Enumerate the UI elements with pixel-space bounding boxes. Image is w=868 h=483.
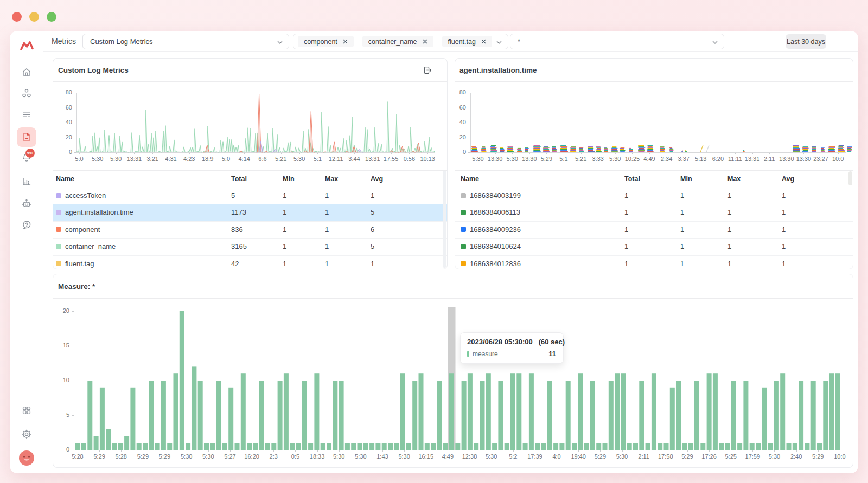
time-range-button[interactable]: Last 30 days — [786, 34, 826, 49]
filter-chip[interactable]: fluent.tag — [442, 36, 492, 47]
measure-select[interactable]: * — [510, 34, 724, 49]
sidebar-item-infrastructure[interactable] — [17, 83, 36, 103]
row-value: 1 — [624, 221, 628, 238]
chevron-down-icon — [277, 41, 283, 44]
row-value: 5 — [371, 238, 374, 255]
row-value: 1 — [680, 204, 684, 221]
row-value: 1 — [624, 204, 628, 221]
close-window-button[interactable] — [12, 12, 22, 22]
x-axis-label: 5:30 — [327, 453, 351, 460]
y-axis-label: 40 — [57, 119, 72, 125]
table-row[interactable]: component836116 — [53, 221, 447, 238]
column-header: Total — [624, 171, 640, 188]
row-value: 1173 — [231, 204, 246, 221]
x-axis-label: 5:29 — [588, 453, 612, 460]
row-value: 1 — [624, 238, 628, 255]
table-scrollbar[interactable] — [848, 171, 852, 185]
x-axis-label: 5:27 — [218, 453, 242, 460]
x-axis-label: 5:29 — [675, 453, 699, 460]
table-row[interactable]: 16863840061131111 — [455, 204, 853, 221]
table-row[interactable]: agent.installation.time1173115 — [53, 204, 447, 221]
apps-grid-icon — [21, 405, 32, 416]
sidebar-item-home[interactable] — [17, 62, 36, 82]
x-axis-label: 17:26 — [697, 453, 721, 460]
sidebar-logo[interactable] — [17, 36, 36, 56]
zoom-window-button[interactable] — [47, 12, 56, 22]
x-axis-label: 5:30 — [349, 453, 373, 460]
sidebar-item-assistant[interactable] — [17, 194, 36, 214]
row-value: 1 — [325, 187, 329, 204]
sidebar-item-dashboards[interactable] — [17, 172, 36, 191]
sidebar-item-logs[interactable] — [17, 106, 36, 125]
x-axis-label: 5:29 — [131, 453, 155, 460]
row-name: container_name — [65, 238, 116, 255]
table-row[interactable]: container_name3165115 — [53, 238, 447, 255]
row-value: 1 — [727, 204, 731, 221]
tooltip-series-value: 11 — [548, 350, 556, 358]
filter-chip-label: fluent.tag — [448, 38, 476, 46]
y-axis-label: 80 — [455, 89, 466, 95]
series-color-swatch — [461, 261, 466, 266]
x-axis-label: 5:29 — [806, 453, 830, 460]
remove-chip-icon[interactable] — [343, 39, 348, 44]
export-icon[interactable] — [423, 66, 432, 75]
y-axis-label: 0 — [54, 446, 69, 453]
row-value: 1 — [325, 204, 329, 221]
sidebar-item-settings[interactable] — [17, 424, 36, 444]
x-axis-label: 10:0 — [828, 453, 852, 460]
metric-select[interactable]: Custom Log Metrics — [82, 34, 289, 49]
series-color-swatch — [461, 227, 466, 232]
row-value: 1 — [782, 187, 786, 204]
row-value: 1 — [727, 238, 731, 255]
x-axis-label: 16:15 — [414, 453, 438, 460]
x-axis-label: 5:25 — [719, 453, 743, 460]
row-value: 1 — [680, 255, 684, 269]
y-axis-label: 80 — [57, 89, 72, 95]
series-color-swatch — [56, 244, 61, 249]
row-value: 1 — [782, 255, 786, 269]
table-row[interactable]: fluent.tag42111 — [53, 255, 447, 269]
x-axis-label: 2:40 — [784, 453, 808, 460]
y-axis-label: 0 — [455, 149, 466, 155]
row-name: accessToken — [65, 187, 106, 204]
measure-chart[interactable]: 051015205:285:295:285:295:295:305:305:27… — [53, 299, 853, 468]
sidebar-item-help[interactable] — [17, 215, 36, 235]
row-name: fluent.tag — [65, 255, 94, 269]
agent-installation-time-chart[interactable]: 0204060805:3013:305:3013:305:295:15:213:… — [455, 82, 853, 170]
table-header: NameTotalMinMaxAvg — [455, 170, 853, 187]
y-axis-label: 20 — [57, 134, 72, 140]
help-icon — [21, 220, 32, 230]
measure-series-swatch — [467, 351, 469, 357]
minimize-window-button[interactable] — [29, 12, 39, 22]
table-row[interactable]: 16863840031991111 — [455, 187, 853, 204]
notification-badge: 99+ — [25, 149, 35, 158]
filter-chip[interactable]: container_name — [362, 36, 433, 47]
sidebar-item-reports[interactable] — [17, 127, 36, 147]
table-row[interactable]: 16863840128361111 — [455, 255, 853, 269]
custom-log-metrics-chart[interactable]: 0204060805:05:305:3013:313:214:314:2318:… — [53, 82, 447, 170]
remove-chip-icon[interactable] — [481, 39, 486, 44]
sidebar-avatar[interactable] — [17, 448, 36, 468]
table-scrollbar[interactable] — [443, 171, 446, 268]
x-axis-label: 5:30 — [480, 453, 503, 460]
panel-title: agent.installation.time — [459, 59, 537, 82]
table-row[interactable]: 16863840106241111 — [455, 238, 853, 255]
row-value: 3165 — [231, 238, 247, 255]
row-value: 1 — [325, 238, 329, 255]
middleware-logo-icon — [20, 40, 34, 52]
filter-chip[interactable]: component — [298, 36, 354, 47]
tooltip-timestamp: 2023/06/28 05:30:00(60 sec) — [467, 338, 565, 346]
row-value: 1 — [727, 221, 731, 238]
table-row[interactable]: accessToken5111 — [53, 187, 447, 204]
x-axis-label: 4:0 — [545, 453, 569, 460]
table-row[interactable]: 16863840092361111 — [455, 221, 853, 238]
x-axis-label: 17:59 — [741, 453, 764, 460]
column-header: Name — [461, 171, 479, 188]
row-value: 1 — [680, 187, 684, 204]
sidebar-item-alerts[interactable]: 99+ — [17, 148, 36, 168]
x-axis-label: 17:39 — [523, 453, 547, 460]
x-axis-label: 5:30 — [392, 453, 416, 460]
sidebar-item-apps[interactable] — [17, 401, 36, 420]
filter-select[interactable]: componentcontainer_namefluent.tag — [293, 34, 508, 49]
remove-chip-icon[interactable] — [423, 39, 427, 44]
